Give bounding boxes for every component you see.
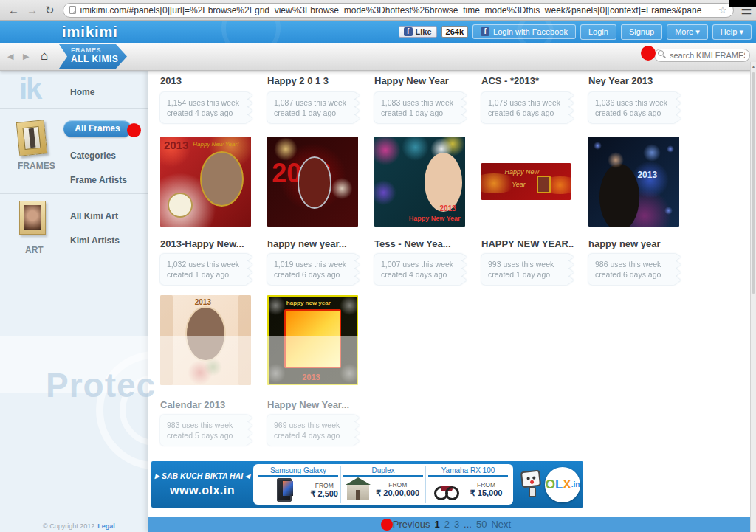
pagination-page-1[interactable]: 1 — [434, 519, 439, 530]
thumbnail-graphic — [298, 156, 332, 209]
frame-title[interactable]: happy new year — [588, 238, 681, 249]
ad-product-samsung-galaxy[interactable]: Samsung GalaxyFROM₹ 2,500 — [256, 466, 341, 503]
header-right-cluster: f Like 264k f Login with Facebook LoginS… — [399, 24, 756, 40]
frame-stats: 1,019 uses this weekcreated 6 days ago — [267, 254, 360, 285]
thumbnail-graphic — [374, 137, 401, 165]
frame-title[interactable]: 2013-Happy New... — [160, 238, 252, 249]
olx-logo-letter: O — [546, 478, 555, 491]
thumbnail-graphic — [425, 153, 463, 213]
frame-title[interactable]: 2013 — [160, 75, 252, 86]
frame-title[interactable]: Calendar 2013 — [160, 399, 252, 410]
thumbnail-graphic — [238, 295, 251, 385]
ad-price: ₹ 2,500 — [310, 489, 338, 499]
copyright-text: © Copyright 2012 — [43, 522, 94, 530]
frame-stats: 969 uses this weekcreated 4 days ago — [267, 415, 360, 446]
sidebar-divider — [0, 193, 148, 194]
frame-created: created 4 days ago — [381, 269, 459, 280]
thumbnail-text: Year — [512, 182, 526, 188]
pagination-page-50[interactable]: 50 — [476, 519, 487, 530]
frames-section-icon — [16, 120, 48, 156]
frame-thumbnail[interactable]: happy new year2013 — [267, 295, 358, 385]
frame-stats-box: 1,036 uses this weekcreated 6 days ago — [588, 92, 681, 123]
frame-title[interactable]: Tess - New Yea... — [374, 238, 467, 249]
browser-reload-icon[interactable]: ↻ — [45, 4, 55, 15]
frame-thumbnail[interactable]: 2013 — [588, 137, 679, 227]
sidebar-item-kimi-artists[interactable]: Kimi Artists — [70, 235, 120, 246]
frame-stats-box: 1,087 uses this weekcreated 1 day ago — [267, 92, 360, 123]
frame-stats-box: 1,032 uses this weekcreated 1 day ago — [160, 254, 252, 285]
frame-title[interactable]: Happy New Year — [374, 75, 467, 86]
frame-thumbnail[interactable]: 2013Happy New Year — [374, 137, 465, 227]
breadcrumb[interactable]: FRAMES ALL KIMIS — [59, 44, 127, 69]
frame-title[interactable]: HAPPY NEW YEAR... — [481, 238, 574, 249]
thumbnail-text: 2013 — [637, 170, 657, 179]
vertical-scrollbar[interactable]: ▲ — [750, 62, 756, 532]
facebook-like-button[interactable]: f Like — [399, 26, 437, 38]
frame-title[interactable]: Happy 2 0 1 3 — [267, 75, 360, 86]
facebook-icon: f — [404, 27, 413, 36]
pagination-page-3[interactable]: 3 — [454, 519, 459, 530]
scrollbar-up-arrow[interactable]: ▲ — [751, 62, 756, 69]
bookmark-star-icon[interactable]: ☆ — [718, 4, 727, 15]
header-button-login[interactable]: Login — [580, 24, 616, 40]
olx-ad-banner[interactable]: ▶ SAB KUCH BIKTA HAI ◀ www.olx.in Samsun… — [151, 461, 583, 508]
thumbnail-text: 2013 — [440, 205, 456, 213]
frame-stats-box: 1,019 uses this weekcreated 6 days ago — [267, 254, 360, 285]
thumbnail-graphic — [402, 137, 429, 161]
frame-stats-box: 969 uses this weekcreated 4 days ago — [267, 415, 360, 446]
frame-stats: 986 uses this weekcreated 6 days ago — [588, 254, 681, 285]
thumbnail-text: Happy New — [504, 169, 539, 176]
like-label: Like — [416, 27, 432, 36]
frame-created: created 4 days ago — [167, 108, 245, 118]
address-bar[interactable]: imikimi.com/#panels[0][url]=%2Fbrowse%2F… — [63, 3, 734, 18]
frame-title[interactable]: ACS - *2013* — [481, 75, 574, 86]
frame-title[interactable]: Ney Year 2013 — [588, 75, 681, 86]
imikimi-logo[interactable]: imikimi — [62, 24, 118, 41]
ad-product-duplex[interactable]: DuplexFROM₹ 20,00,000 — [341, 466, 426, 503]
frame-uses: 983 uses this week — [167, 420, 245, 430]
frame-thumbnail[interactable]: Happy NewYear — [481, 163, 571, 200]
mascot-face — [520, 469, 541, 488]
frame-stats-box: 1,154 uses this weekcreated 4 days ago — [160, 92, 252, 123]
frame-thumbnail[interactable]: 2013 — [267, 137, 358, 227]
sidebar-item-all-frames[interactable]: All Frames — [63, 120, 131, 137]
frame-item: happy new year2013Happy New Year...969 u… — [267, 295, 360, 446]
frame-stats: 1,078 uses this weekcreated 6 days ago — [481, 92, 574, 123]
home-icon[interactable]: ⌂ — [41, 49, 48, 63]
frame-stats-box: 983 uses this weekcreated 5 days ago — [160, 415, 252, 446]
frame-title[interactable]: happy new year... — [267, 238, 360, 249]
thumbnail-text: 2013 — [164, 139, 188, 151]
frame-stats-box: 993 uses this weekcreated 1 day ago — [481, 254, 574, 285]
header-button-help[interactable]: Help ▾ — [712, 24, 752, 40]
history-back-icon[interactable]: ◀ — [7, 52, 13, 61]
pagination-next[interactable]: Next — [491, 519, 511, 530]
header-button-signup[interactable]: Signup — [621, 24, 662, 40]
sidebar-item-frame-artists[interactable]: Frame Artists — [70, 175, 127, 185]
frame-thumbnail[interactable]: 2013 — [160, 295, 251, 385]
frame-title[interactable]: Happy New Year... — [267, 399, 360, 410]
frame-thumbnail[interactable]: 2013Happy New Year! — [160, 137, 251, 227]
thumbnail-graphic — [594, 142, 602, 150]
scrollbar-thumb[interactable] — [752, 72, 755, 294]
sidebar-item-categories[interactable]: Categories — [70, 151, 116, 161]
search-box — [654, 48, 750, 61]
url-text: imikimi.com/#panels[0][url]=%2Fbrowse%2F… — [80, 5, 714, 15]
frame-item: 2013Happy New YearTess - New Yea...1,007… — [374, 137, 467, 285]
header-button-more[interactable]: More ▾ — [667, 24, 708, 40]
smartphone-image — [277, 478, 292, 502]
pagination-page-2[interactable]: 2 — [444, 519, 450, 530]
sidebar-item-all-kimi-art[interactable]: All Kimi Art — [70, 211, 118, 221]
thumbnail-graphic — [168, 193, 193, 218]
browser-back-icon[interactable]: ← — [8, 4, 19, 15]
frame-uses: 1,036 uses this week — [595, 97, 673, 108]
ad-product-row: FROM₹ 15,000 — [428, 478, 508, 500]
history-forward-icon[interactable]: ▶ — [23, 52, 29, 61]
ad-product-yamaha-rx-100[interactable]: Yamaha RX 100FROM₹ 15,000 — [426, 466, 510, 503]
browser-forward-icon[interactable]: → — [27, 4, 38, 15]
pagination-previous[interactable]: Previous — [393, 519, 430, 530]
legal-link[interactable]: Legal — [97, 522, 115, 530]
frame-stats: 1,154 uses this weekcreated 4 days ago — [160, 92, 252, 123]
sidebar-item-home[interactable]: Home — [70, 87, 94, 97]
annotation-dot-all-frames — [127, 123, 141, 137]
search-input[interactable] — [654, 49, 750, 62]
